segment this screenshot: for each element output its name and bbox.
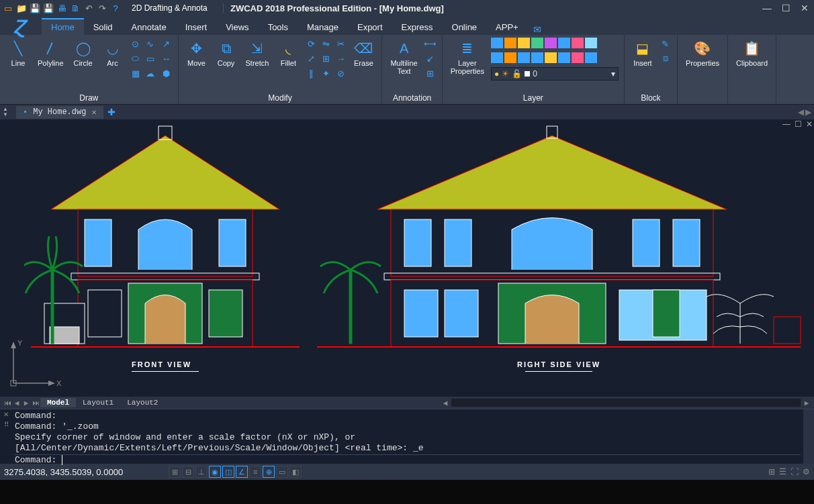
vp-maximize-icon[interactable]: ☐ xyxy=(795,119,802,129)
layer-tool-icon[interactable] xyxy=(585,38,597,48)
mail-icon[interactable]: ✉ xyxy=(533,24,541,35)
dim-icon[interactable]: ⟷ xyxy=(424,38,437,50)
explode-icon[interactable]: ✦ xyxy=(320,67,332,79)
document-tab[interactable]: ▪ My Home.dwg ✕ xyxy=(16,106,103,119)
ellipse-icon[interactable]: ⬭ xyxy=(130,52,142,64)
point-icon[interactable]: ⊙ xyxy=(130,38,142,50)
cycle-toggle[interactable]: ◧ xyxy=(289,466,302,478)
copy-button[interactable]: ⧉Copy xyxy=(214,38,239,68)
status-tool-icon[interactable]: ☰ xyxy=(779,467,786,476)
layer-tool-icon[interactable] xyxy=(518,52,530,63)
tab-insert[interactable]: Insert xyxy=(176,18,217,35)
fillet-button[interactable]: ◟Fillet xyxy=(275,38,301,68)
break-icon[interactable]: ⊘ xyxy=(334,67,347,79)
region-icon[interactable]: ⬢ xyxy=(161,67,173,79)
block-attr-icon[interactable]: ⧈ xyxy=(660,52,672,64)
cloud-icon[interactable]: ☁ xyxy=(144,67,156,79)
polyline-button[interactable]: 〳Polyline xyxy=(35,38,66,68)
layout-first-icon[interactable]: ⏮ xyxy=(3,399,12,407)
scale-icon[interactable]: ⤢ xyxy=(305,52,317,64)
tab-views[interactable]: Views xyxy=(216,18,258,35)
erase-button[interactable]: ⌫Erase xyxy=(351,38,376,68)
arc-button[interactable]: ◡Arc xyxy=(100,38,126,68)
cmd-grip[interactable]: ✕⠿ xyxy=(0,409,12,464)
snap-toggle[interactable]: ⊞ xyxy=(169,466,181,478)
extend-icon[interactable]: → xyxy=(334,52,347,64)
preview-icon[interactable]: 🗎 xyxy=(70,3,81,13)
layer-tool-icon[interactable] xyxy=(545,38,557,48)
layer-tool-icon[interactable] xyxy=(518,38,530,48)
mirror-icon[interactable]: ⇋ xyxy=(320,38,332,50)
layer-tool-icon[interactable] xyxy=(531,38,543,48)
settings-gear-icon[interactable]: ⚙ xyxy=(803,467,810,476)
clipboard-button[interactable]: 📋Clipboard xyxy=(733,38,770,68)
multiline-text-button[interactable]: AMultiline Text xyxy=(388,38,420,77)
layer-tool-icon[interactable] xyxy=(491,38,503,48)
cmd-scrollbar[interactable] xyxy=(803,409,814,464)
grid-toggle[interactable]: ⊟ xyxy=(182,466,194,478)
rotate-icon[interactable]: ⟳ xyxy=(305,38,317,50)
otrack-toggle[interactable]: ∠ xyxy=(236,466,248,478)
tab-right-icon[interactable]: ▶ xyxy=(805,107,811,117)
command-input[interactable]: Command: xyxy=(15,454,801,466)
hatch-icon[interactable]: ▦ xyxy=(130,67,142,79)
print-icon[interactable]: 🖶 xyxy=(56,3,67,13)
tab-online[interactable]: Online xyxy=(443,18,487,35)
h-scrollbar[interactable]: ◀▶ xyxy=(441,399,811,407)
command-window[interactable]: ✕⠿ Command: Command: '_.zoom Specify cor… xyxy=(0,409,814,464)
xline-icon[interactable]: ↔ xyxy=(161,52,173,64)
layer-properties-button[interactable]: ≣Layer Properties xyxy=(448,38,487,81)
properties-button[interactable]: 🎨Properties xyxy=(683,38,722,68)
layout-prev-icon[interactable]: ◀ xyxy=(12,399,21,407)
undo-icon[interactable]: ↶ xyxy=(83,3,94,13)
new-icon[interactable]: ▭ xyxy=(3,3,13,13)
tab-annotate[interactable]: Annotate xyxy=(122,18,176,35)
line-button[interactable]: ╲Line xyxy=(5,38,31,68)
saveas-icon[interactable]: 💾 xyxy=(43,3,54,13)
minimize-button[interactable]: — xyxy=(760,2,774,14)
tab-express[interactable]: Express xyxy=(392,18,443,35)
tab-solid[interactable]: Solid xyxy=(84,18,122,35)
save-icon[interactable]: 💾 xyxy=(30,3,40,13)
array-icon[interactable]: ⊞ xyxy=(320,52,332,64)
layout-tab-2[interactable]: Layout2 xyxy=(120,398,165,407)
tab-left-icon[interactable]: ◀ xyxy=(798,107,804,117)
close-button[interactable]: ✕ xyxy=(798,2,811,14)
leader-icon[interactable]: ↙ xyxy=(424,52,437,64)
ray-icon[interactable]: ↗ xyxy=(161,38,173,50)
layer-tool-icon[interactable] xyxy=(585,52,597,63)
redo-icon[interactable]: ↷ xyxy=(97,3,107,13)
new-tab-icon[interactable]: ✚ xyxy=(107,107,116,117)
offset-icon[interactable]: ‖ xyxy=(305,67,317,79)
maximize-button[interactable]: ☐ xyxy=(779,2,793,14)
close-tab-icon[interactable]: ✕ xyxy=(91,107,96,117)
layout-last-icon[interactable]: ⏭ xyxy=(31,399,40,407)
layer-tool-icon[interactable] xyxy=(572,52,584,63)
drawing-canvas[interactable]: — ☐ ✕ xyxy=(0,119,814,397)
layer-tool-icon[interactable] xyxy=(558,52,570,63)
insert-button[interactable]: ⬓Insert xyxy=(630,38,655,68)
status-tool-icon[interactable]: ⊞ xyxy=(768,467,775,476)
spline-icon[interactable]: ∿ xyxy=(144,38,156,50)
dyn-toggle[interactable]: ⊕ xyxy=(263,466,275,478)
tab-home[interactable]: Home xyxy=(42,18,84,35)
layer-current-combo[interactable]: ● ☀ 🔓 0 ▾ xyxy=(491,67,619,81)
layout-tab-1[interactable]: Layout1 xyxy=(76,398,120,407)
block-edit-icon[interactable]: ✎ xyxy=(660,38,672,50)
fullscreen-icon[interactable]: ⛶ xyxy=(790,467,799,476)
move-button[interactable]: ✥Move xyxy=(184,38,210,68)
polar-toggle[interactable]: ◉ xyxy=(209,466,221,478)
layer-tool-icon[interactable] xyxy=(572,38,584,48)
layer-tool-icon[interactable] xyxy=(491,52,503,63)
tab-export[interactable]: Export xyxy=(348,18,392,35)
app-logo[interactable]: Ɀ xyxy=(5,17,34,36)
layer-tool-icon[interactable] xyxy=(504,52,516,63)
layer-tool-icon[interactable] xyxy=(545,52,557,63)
model-toggle[interactable]: ▭ xyxy=(276,466,288,478)
tab-manage[interactable]: Manage xyxy=(298,18,348,35)
layout-next-icon[interactable]: ▶ xyxy=(21,399,31,407)
tab-tools[interactable]: Tools xyxy=(259,18,298,35)
stretch-button[interactable]: ⇲Stretch xyxy=(243,38,272,68)
open-icon[interactable]: 📁 xyxy=(16,3,27,13)
osnap-toggle[interactable]: ◫ xyxy=(222,466,234,478)
